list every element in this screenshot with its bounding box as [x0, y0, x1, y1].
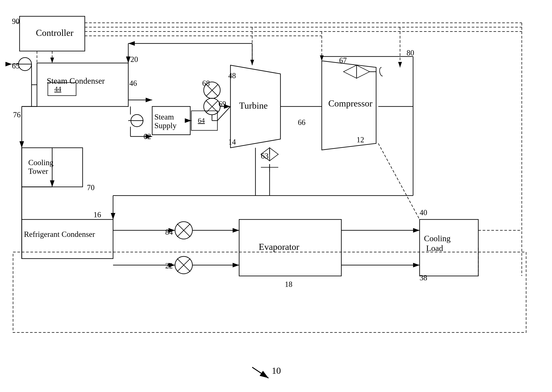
valve-67 [344, 65, 357, 78]
number-84: 84 [165, 228, 173, 236]
number-64: 64 [198, 117, 205, 124]
number-14: 14 [228, 138, 236, 146]
valve-67b [357, 65, 370, 78]
number-80: 80 [407, 49, 414, 57]
steam-supply-label: Steam [154, 112, 174, 121]
number-18: 18 [285, 280, 292, 288]
outer-dashed-rect [13, 252, 526, 332]
number-40: 40 [420, 208, 427, 217]
valve-63b [269, 148, 278, 161]
number-90: 90 [12, 17, 20, 26]
number-10-arrow [252, 367, 269, 378]
number-70: 70 [87, 183, 95, 192]
number-67: 67 [339, 56, 347, 65]
integral-symbol [380, 67, 383, 76]
diagram-container: Controller 90 Steam Condenser 20 44 46 S… [0, 0, 552, 392]
turbine-label: Turbine [239, 101, 268, 111]
number-76: 76 [13, 111, 21, 119]
steam-condenser-label: Steam Condenser [47, 76, 105, 85]
controller-label: Controller [36, 28, 73, 38]
number-48: 48 [228, 71, 236, 80]
number-46: 46 [129, 79, 137, 88]
number-12: 12 [357, 136, 364, 144]
refrigerant-condenser-box [22, 219, 113, 259]
cooling-tower-label: Cooling [28, 158, 53, 167]
number-68: 68 [202, 79, 210, 88]
number-10: 10 [272, 366, 281, 376]
number-66: 66 [298, 118, 305, 127]
steam-supply-label2: Supply [154, 121, 177, 130]
pipe-64-turbine [217, 106, 230, 121]
number-38: 38 [420, 273, 427, 282]
number-20: 20 [130, 55, 138, 64]
cooling-load-label: Cooling [424, 234, 451, 243]
number-22: 22 [165, 262, 173, 270]
number-16: 16 [93, 210, 101, 219]
cooling-tower-label2: Tower [28, 167, 48, 175]
cooling-load-label2: Load [426, 244, 443, 253]
refrigerant-condenser-label: Refrigerant Condenser [24, 230, 95, 238]
evaporator-label: Evaporator [259, 242, 299, 252]
compressor-label: Compressor [328, 98, 372, 108]
number-44: 44 [54, 85, 61, 93]
